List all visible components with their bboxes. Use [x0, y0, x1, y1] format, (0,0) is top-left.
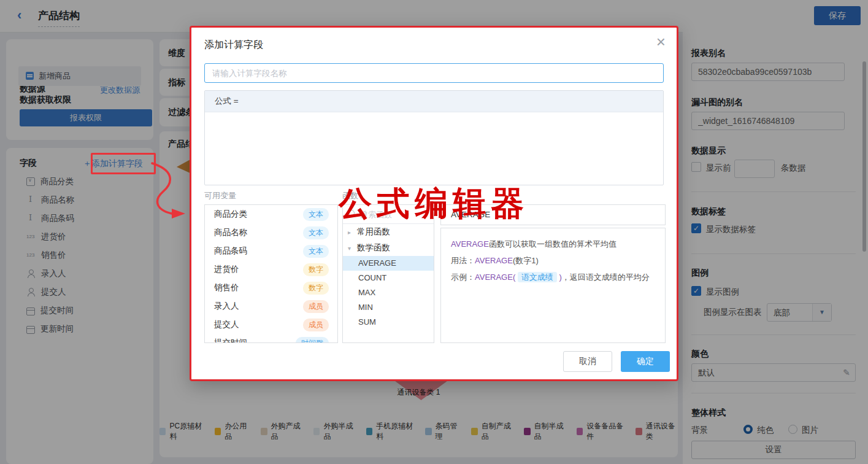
example-field-tag: 语文成绩 — [518, 272, 557, 282]
variable-type-tag: 文本 — [303, 208, 329, 221]
screen: ‹ 产品结构 保存 数据源 更改数据源 新增商品 数据获取权限 报表权限 字段 … — [0, 0, 868, 464]
variable-row[interactable]: 录入人成员 — [205, 297, 337, 315]
calc-field-name-input[interactable] — [204, 63, 664, 83]
variable-type-tag: 成员 — [303, 319, 329, 331]
variable-row[interactable]: 进货价数字 — [205, 260, 337, 279]
variable-name: 商品条码 — [214, 246, 247, 257]
function-tree: ▸常用函数▾数学函数AVERAGECOUNTMAXMINSUM — [343, 224, 434, 330]
doc-usage: 用法：AVERAGE(数字1) — [451, 252, 655, 269]
cancel-button[interactable]: 取消 — [563, 351, 612, 372]
variable-type-tag: 时间戳 — [296, 337, 329, 344]
annotation-big-text: 公式编辑器 — [339, 182, 529, 226]
variable-name: 提交时间 — [214, 338, 247, 343]
doc-example: 示例：AVERAGE( 语文成绩 )，返回语文成绩的平均分 — [451, 269, 655, 285]
doc-description: AVERAGE函数可以获取一组数值的算术平均值 — [451, 236, 655, 252]
variable-row[interactable]: 商品名称文本 — [205, 223, 337, 242]
variable-type-tag: 文本 — [303, 245, 329, 258]
function-item[interactable]: SUM — [343, 315, 434, 330]
close-icon[interactable]: × — [656, 34, 666, 50]
variable-row[interactable]: 商品分类文本 — [205, 205, 337, 223]
formula-label: 公式 = — [205, 91, 663, 112]
formula-editor[interactable]: 公式 = — [204, 90, 664, 185]
variable-name: 销售价 — [214, 282, 239, 293]
annotation-arrow — [141, 153, 202, 224]
variables-title: 可用变量 — [204, 190, 236, 201]
variable-row[interactable]: 提交人成员 — [205, 315, 337, 334]
variable-name: 进货价 — [214, 264, 239, 275]
variables-list: 商品分类文本商品名称文本商品条码文本进货价数字销售价数字录入人成员提交人成员提交… — [204, 204, 338, 343]
variable-type-tag: 文本 — [303, 226, 329, 239]
variable-type-tag: 成员 — [303, 300, 329, 313]
variable-type-tag: 数字 — [303, 263, 329, 276]
variable-name: 商品分类 — [214, 209, 247, 220]
chevron-down-icon: ▾ — [348, 245, 354, 252]
function-group-label: 常用函数 — [357, 226, 390, 238]
function-doc-body: AVERAGE函数可以获取一组数值的算术平均值 用法：AVERAGE(数字1) … — [440, 228, 666, 343]
variable-row[interactable]: 提交时间时间戳 — [205, 334, 337, 343]
function-group-label: 数学函数 — [357, 242, 390, 253]
modal-title: 添加计算字段 — [204, 39, 263, 52]
function-group[interactable]: ▾数学函数 — [343, 240, 434, 256]
function-item[interactable]: COUNT — [343, 271, 434, 285]
variable-name: 录入人 — [214, 301, 239, 312]
function-item[interactable]: MIN — [343, 300, 434, 315]
function-item[interactable]: MAX — [343, 285, 434, 300]
variable-row[interactable]: 销售价数字 — [205, 279, 337, 297]
function-item[interactable]: AVERAGE — [343, 256, 434, 271]
variable-row[interactable]: 商品条码文本 — [205, 242, 337, 260]
confirm-button[interactable]: 确定 — [621, 351, 670, 372]
variable-name: 提交人 — [214, 319, 239, 330]
chevron-right-icon: ▸ — [348, 229, 354, 236]
variable-type-tag: 数字 — [303, 282, 329, 295]
variable-name: 商品名称 — [214, 227, 247, 238]
